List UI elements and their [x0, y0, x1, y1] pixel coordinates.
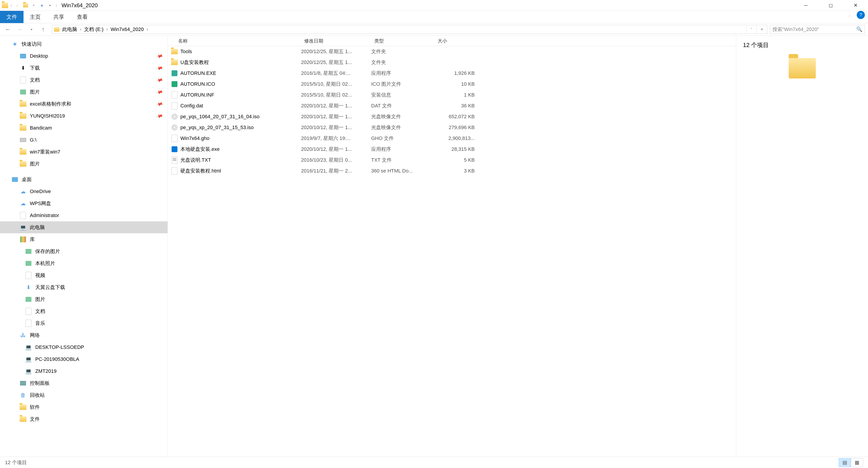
nav-item-icon [19, 100, 27, 108]
nav-item-icon: ☁ [19, 187, 27, 195]
column-date[interactable]: 修改日期 [301, 36, 371, 46]
star-icon: ★ [11, 40, 19, 48]
nav-item-label: Desktop [30, 53, 48, 59]
col-label: 类型 [374, 38, 384, 44]
nav-item[interactable]: ⬇ 天翼云盘下载 [0, 281, 167, 293]
nav-item[interactable]: win7重装win7 [0, 146, 167, 158]
column-headers: 名称 修改日期 类型 大小 [168, 36, 736, 46]
file-row[interactable]: Config.dat 2020/10/12, 星期一 1... DAT 文件 3… [168, 100, 736, 111]
file-row[interactable]: pe_yqs_1064_20_07_31_16_04.iso 2020/10/1… [168, 111, 736, 122]
nav-item-icon [24, 259, 33, 268]
file-row[interactable]: 硬盘安装教程.html 2016/11/21, 星期一 2... 360 se … [168, 165, 736, 176]
file-row[interactable]: 本地硬盘安装.exe 2020/10/12, 星期一 1... 应用程序 28,… [168, 144, 736, 155]
nav-up-button[interactable]: ↑ [37, 25, 49, 34]
nav-item[interactable]: ☁ WPS网盘 [0, 197, 167, 209]
thumbnails-view-button[interactable]: ▦ [851, 458, 863, 467]
qat-dropdown-icon[interactable]: ▾ [47, 2, 53, 8]
nav-item[interactable]: Administrator [0, 209, 167, 221]
qat-rename-icon[interactable]: ◉ [39, 2, 45, 8]
search-icon: 🔍 [856, 27, 862, 32]
nav-quick-access[interactable]: ★ 快速访问 [0, 38, 167, 50]
nav-item[interactable]: 文档 📌 [0, 74, 167, 86]
nav-item-label: YUNQISHI2019 [30, 113, 65, 119]
nav-item-icon: ☁ [19, 199, 27, 208]
qat-delete-icon[interactable]: ✕ [31, 2, 37, 8]
file-type: 应用程序 [371, 70, 434, 76]
details-view-button[interactable]: ▤ [839, 458, 851, 467]
nav-recent-dropdown[interactable]: ▾ [26, 25, 37, 34]
nav-item[interactable]: 💻 PC-20190530OBLA [0, 353, 167, 365]
maximize-button[interactable]: ◻ [818, 0, 843, 11]
ribbon-tab-share[interactable]: 共享 [47, 11, 70, 23]
nav-item[interactable]: YUNQISHI2019 📌 [0, 110, 167, 122]
nav-item[interactable]: excel表格制作求和 📌 [0, 98, 167, 110]
nav-item-label: G:\ [30, 137, 36, 143]
nav-item[interactable]: G:\ [0, 134, 167, 146]
nav-item[interactable]: 图片 [0, 158, 167, 170]
address-dropdown-button[interactable]: ˅ [746, 25, 756, 34]
ribbon-expand-button[interactable]: ˅ [844, 11, 855, 23]
crumb-folder[interactable]: Win7x64_2020 [111, 27, 144, 32]
crumb-drive[interactable]: 文档 (E:) [84, 26, 103, 33]
file-row[interactable]: AUTORUN.INF 2015/5/10, 星期日 02... 安装信息 1 … [168, 90, 736, 100]
file-row[interactable]: AUTORUN.ICO 2015/5/10, 星期日 02... ICO 图片文… [168, 79, 736, 90]
nav-item[interactable]: Bandicam [0, 122, 167, 134]
nav-item-label: 音乐 [35, 320, 45, 327]
column-size[interactable]: 大小 [434, 36, 480, 46]
file-name: 光盘说明.TXT [180, 157, 211, 163]
file-rows[interactable]: Tools 2020/12/25, 星期五 1... 文件夹 U盘安装教程 20… [168, 46, 736, 457]
nav-item[interactable]: 软件 [0, 401, 167, 413]
nav-back-button[interactable]: ← [2, 25, 13, 34]
close-button[interactable]: ✕ [843, 0, 868, 11]
column-type[interactable]: 类型 [371, 36, 434, 46]
minimize-button[interactable]: ─ [794, 0, 818, 11]
refresh-button[interactable]: ⟳ [756, 25, 767, 34]
file-type: ICO 图片文件 [371, 81, 434, 88]
file-date: 2016/1/8, 星期五 04:... [301, 70, 371, 76]
nav-item[interactable]: Desktop 📌 [0, 50, 167, 62]
ribbon-tab-home[interactable]: 主页 [24, 11, 47, 23]
nav-item[interactable]: 💻 此电脑 [0, 221, 167, 233]
nav-item[interactable]: 文件 [0, 413, 167, 425]
nav-item[interactable]: 库 [0, 233, 167, 245]
qat-new-folder-icon[interactable] [22, 2, 29, 8]
navigation-pane[interactable]: ★ 快速访问 Desktop 📌⬇ 下载 📌 文档 📌 图片 📌 excel表格… [0, 36, 168, 457]
nav-item[interactable]: 💻 ZMT2019 [0, 365, 167, 377]
search-input[interactable]: 搜索"Win7x64_2020" 🔍 [770, 25, 865, 34]
nav-forward-button[interactable]: → [14, 25, 25, 34]
col-label: 修改日期 [304, 38, 323, 44]
nav-item[interactable]: ⬇ 下载 📌 [0, 62, 167, 74]
help-button[interactable]: ? [857, 11, 865, 19]
file-row[interactable]: U盘安装教程 2020/12/25, 星期五 1... 文件夹 [168, 57, 736, 68]
nav-item[interactable]: 本机照片 [0, 257, 167, 269]
nav-item[interactable]: 控制面板 [0, 377, 167, 389]
nav-item[interactable]: 💻 DESKTOP-LSSOEDP [0, 341, 167, 353]
nav-item[interactable]: 🗑 回收站 [0, 389, 167, 401]
nav-item-icon: 💻 [19, 223, 27, 231]
nav-item[interactable]: 音乐 [0, 317, 167, 329]
ribbon-tab-view[interactable]: 查看 [70, 11, 94, 23]
nav-item-label: 本机照片 [35, 260, 55, 267]
nav-item[interactable]: 视频 [0, 269, 167, 281]
nav-item[interactable]: 保存的图片 [0, 245, 167, 257]
file-name: pe_yqs_xp_20_07_31_15_53.iso [180, 125, 254, 130]
nav-item[interactable]: 图片 📌 [0, 86, 167, 98]
nav-item-label: 软件 [30, 404, 40, 411]
column-name[interactable]: 名称 [168, 36, 301, 46]
nav-desktop-root[interactable]: 桌面 [0, 174, 167, 185]
ribbon-file-tab[interactable]: 文件 [0, 11, 24, 23]
nav-item[interactable]: 文档 [0, 305, 167, 317]
qat-properties-icon[interactable]: ✓ [14, 2, 21, 8]
nav-item[interactable]: 图片 [0, 293, 167, 305]
file-row[interactable]: Win7x64.gho 2019/9/7, 星期六 19:... GHO 文件 … [168, 133, 736, 144]
nav-item-label: 保存的图片 [35, 248, 60, 255]
file-row[interactable]: pe_yqs_xp_20_07_31_15_53.iso 2020/10/12,… [168, 122, 736, 133]
file-row[interactable]: 光盘说明.TXT 2016/10/23, 星期日 0... TXT 文件 5 K… [168, 155, 736, 165]
file-row[interactable]: Tools 2020/12/25, 星期五 1... 文件夹 [168, 46, 736, 57]
file-row[interactable]: AUTORUN.EXE 2016/1/8, 星期五 04:... 应用程序 1,… [168, 68, 736, 79]
nav-item[interactable]: 🖧 网络 [0, 329, 167, 341]
nav-item[interactable]: ☁ OneDrive [0, 185, 167, 197]
address-bar[interactable]: › 此电脑 › 文档 (E:) › Win7x64_2020 › ˅ ⟳ [52, 25, 767, 34]
crumb-pc[interactable]: 此电脑 [62, 26, 77, 33]
file-icon [171, 167, 178, 175]
